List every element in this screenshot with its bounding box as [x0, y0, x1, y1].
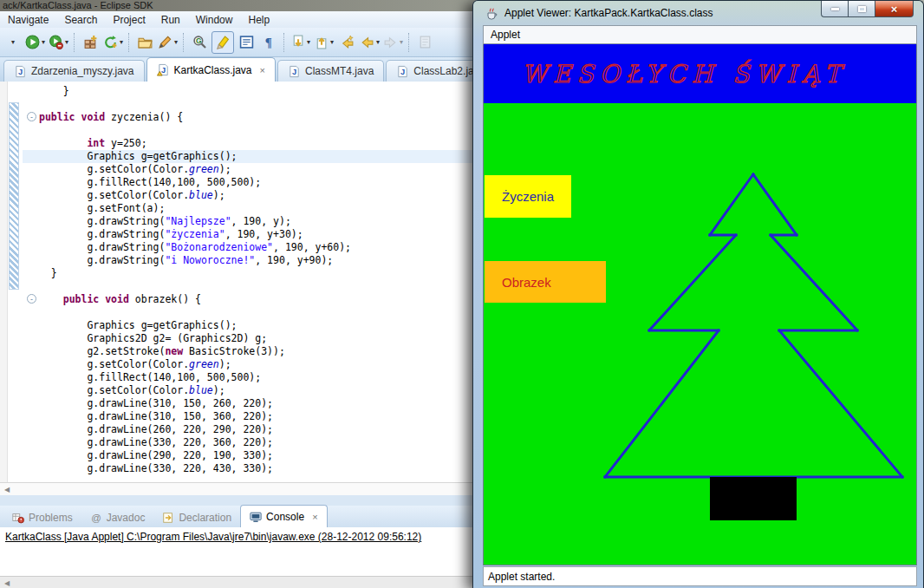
svg-text:J: J: [400, 68, 405, 76]
mark-occurrences-icon: [216, 35, 231, 49]
editor-tab-label: ClassMT4.java: [305, 65, 374, 77]
java-file-icon: J: [14, 65, 27, 78]
svg-text:¶: ¶: [264, 36, 271, 49]
editor-left-ruler: [0, 82, 8, 482]
tree-trunk: [710, 477, 797, 520]
svg-text:J: J: [161, 66, 166, 75]
new-java-project-icon: [83, 35, 98, 49]
minimize-button[interactable]: [821, 1, 848, 17]
toolbar-separator: [74, 33, 75, 52]
annotate-button[interactable]: ▾: [157, 32, 179, 53]
zyczenia-button[interactable]: Życzenia: [485, 175, 571, 218]
link-with-editor-button[interactable]: [414, 32, 435, 53]
menu-project[interactable]: Project: [105, 14, 153, 26]
tab-close-icon[interactable]: ×: [260, 65, 265, 75]
fold-collapse-icon[interactable]: -: [27, 294, 36, 304]
panel-tab-console[interactable]: Console×: [240, 505, 327, 527]
javadoc-icon: @: [90, 512, 102, 524]
console-icon: [250, 511, 262, 523]
show-source-icon: [239, 35, 254, 49]
show-source-button[interactable]: [236, 32, 257, 53]
dropdown-caret-icon[interactable]: ▾: [330, 38, 334, 46]
dropdown-caret-icon[interactable]: ▾: [307, 38, 310, 46]
svg-text:J: J: [292, 68, 296, 76]
scroll-left-icon[interactable]: ◀: [0, 486, 14, 493]
fold-collapse-icon[interactable]: -: [27, 112, 36, 121]
applet-menubar: Applet: [483, 25, 917, 44]
dropdown-caret-icon[interactable]: ▾: [174, 38, 178, 46]
java-file-icon: J: [288, 65, 301, 78]
run-icon: [25, 35, 40, 49]
toolbar-overflow-button[interactable]: ▾: [2, 32, 23, 53]
applet-statusbar: Applet started.: [483, 566, 917, 586]
back-button[interactable]: ▾: [359, 32, 381, 53]
applet-window-title: Applet Viewer: KartkaPack.KartkaClass.cl…: [504, 7, 713, 19]
panel-tab-label: Console: [266, 511, 304, 523]
java-file-icon: J: [157, 63, 170, 76]
menu-help[interactable]: Help: [240, 14, 277, 26]
run-external-tools-button[interactable]: ▾: [48, 32, 69, 53]
menu-window[interactable]: Window: [188, 14, 241, 26]
maximize-button[interactable]: [848, 1, 875, 17]
greeting-banner-text: WESOŁYCH ŚWIĄT: [522, 60, 846, 88]
dropdown-caret-icon[interactable]: ▾: [400, 38, 403, 46]
editor-tab-KartkaClass.java[interactable]: JKartkaClass.java×: [146, 57, 276, 82]
next-annotation-icon: [290, 35, 305, 49]
greeting-banner: WESOŁYCH ŚWIĄT: [484, 44, 916, 103]
applet-viewer-window: Applet Viewer: KartkaPack.KartkaClass.cl…: [472, 0, 924, 588]
panel-tab-label: Problems: [29, 512, 73, 524]
dropdown-caret-icon[interactable]: ▾: [42, 38, 45, 46]
window-controls: ×: [821, 1, 914, 17]
mark-occurrences-button[interactable]: [211, 31, 234, 54]
scroll-left-icon[interactable]: ◀: [0, 579, 14, 587]
editor-tab-ClassMT4.java[interactable]: JClassMT4.java: [277, 60, 384, 82]
declaration-icon: [162, 512, 174, 524]
java-file-icon: J: [396, 65, 409, 78]
refresh-icon: [103, 35, 118, 49]
close-button[interactable]: ×: [875, 1, 914, 17]
panel-tab-declaration[interactable]: Declaration: [153, 507, 240, 527]
toolbar-separator: [408, 33, 410, 52]
dropdown-caret-icon[interactable]: ▾: [11, 38, 15, 46]
panel-tab-problems[interactable]: Problems: [3, 507, 81, 527]
java-icon: [485, 6, 499, 20]
method-range-indicator: [9, 102, 19, 290]
new-java-project-button[interactable]: [80, 32, 101, 53]
editor-tab-label: KartkaClass.java: [174, 64, 252, 76]
next-annotation-button[interactable]: ▾: [290, 32, 311, 53]
search-button[interactable]: G: [189, 32, 210, 53]
menu-search[interactable]: Search: [56, 14, 105, 26]
menu-navigate[interactable]: Navigate: [0, 14, 56, 26]
previous-annotation-button[interactable]: ▾: [313, 32, 335, 53]
menu-applet[interactable]: Applet: [484, 29, 527, 41]
annotate-icon: [158, 35, 172, 49]
problems-icon: [12, 512, 24, 524]
dropdown-caret-icon[interactable]: ▾: [376, 38, 380, 46]
forward-icon: [383, 35, 398, 49]
refresh-button[interactable]: ▾: [102, 32, 124, 53]
search-icon: G: [192, 35, 207, 49]
applet-status-text: Applet started.: [488, 571, 555, 583]
panel-tab-javadoc[interactable]: @Javadoc: [81, 507, 154, 527]
open-file-icon: [138, 35, 153, 49]
show-whitespace-icon: ¶: [262, 35, 277, 49]
run-external-tools-icon: [49, 35, 63, 49]
svg-text:J: J: [18, 68, 23, 76]
obrazek-button[interactable]: Obrazek: [485, 261, 606, 303]
last-edit-location-button[interactable]: [336, 32, 357, 53]
last-edit-location-icon: [340, 35, 355, 49]
editor-tab-Zdarzenia_myszy.java[interactable]: JZdarzenia_myszy.java: [3, 60, 145, 82]
back-icon: [360, 35, 374, 49]
forward-button[interactable]: ▾: [382, 32, 404, 53]
toolbar-separator: [283, 33, 285, 52]
menu-run[interactable]: Run: [153, 14, 188, 26]
zyczenia-button-label: Życzenia: [502, 189, 554, 204]
run-button[interactable]: ▾: [24, 32, 46, 53]
dropdown-caret-icon[interactable]: ▾: [120, 38, 123, 46]
tab-close-icon[interactable]: ×: [312, 512, 317, 522]
link-with-editor-icon: [418, 35, 433, 49]
open-file-button[interactable]: [134, 32, 155, 53]
applet-canvas: WESOŁYCH ŚWIĄT Życzenia Obrazek: [483, 44, 917, 565]
show-whitespace-button[interactable]: ¶: [258, 32, 279, 53]
dropdown-caret-icon[interactable]: ▾: [65, 38, 68, 46]
